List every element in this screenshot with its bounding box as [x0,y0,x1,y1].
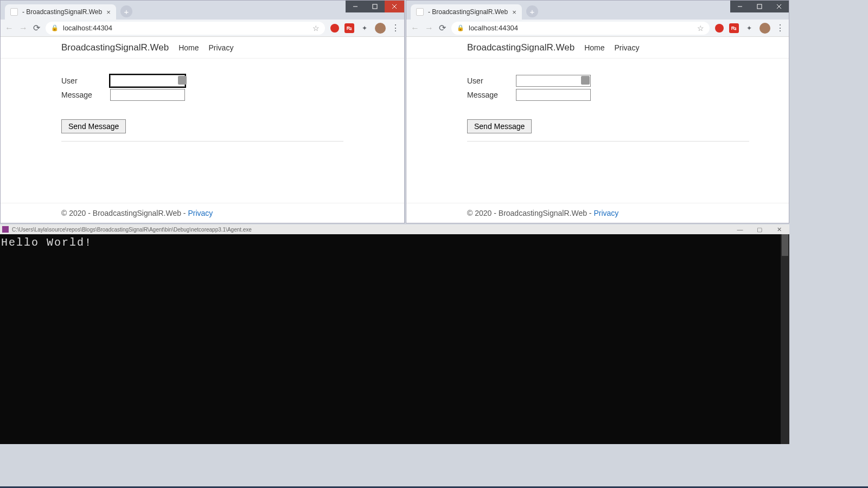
forward-button[interactable]: → [425,23,433,33]
form-row-message: Message [467,89,728,101]
address-bar[interactable]: 🔒 localhost:44304 ☆ [451,22,710,35]
tab-close-icon[interactable]: × [106,8,111,16]
window-controls [730,1,789,12]
minimize-button[interactable] [346,1,365,12]
console-close-button[interactable]: ✕ [771,226,787,233]
back-button[interactable]: ← [5,23,14,33]
console-output[interactable]: Hello World! [0,234,789,444]
scrollbar-thumb[interactable] [782,234,788,256]
console-titlebar: C:\Users\Layla\source\repos\Blogs\Broadc… [0,224,789,234]
reload-button[interactable]: ⟳ [439,23,446,33]
browser-window-right: - BroadcastingSignalR.Web × + ← → ⟳ 🔒 lo… [406,0,789,223]
favicon-icon [416,8,424,16]
extensions-icon[interactable]: ✦ [744,23,754,33]
browser-toolbar: ← → ⟳ 🔒 localhost:44304 ☆ R₂ ✦ ⋮ [1,20,404,37]
page-header: BroadcastingSignalR.Web Home Privacy [406,37,789,59]
page-footer: © 2020 - BroadcastingSignalR.Web - Priva… [1,203,404,223]
titlebar: - BroadcastingSignalR.Web × + [406,1,789,20]
back-button[interactable]: ← [411,23,419,33]
page-body: User Message Send Message [1,59,404,158]
footer-text: © 2020 - BroadcastingSignalR.Web - [61,209,188,217]
message-input[interactable] [516,89,591,101]
extension-badge-icon[interactable]: R₂ [344,23,354,33]
tab-strip: - BroadcastingSignalR.Web × + [406,1,538,20]
extension-badge-icon[interactable]: R₂ [729,23,739,33]
close-button[interactable] [385,1,404,12]
new-tab-button[interactable]: + [526,5,538,17]
lock-icon: 🔒 [51,24,59,31]
browser-tab[interactable]: - BroadcastingSignalR.Web × [5,4,116,20]
tab-strip: - BroadcastingSignalR.Web × + [1,1,132,20]
console-title: C:\Users\Layla\source\repos\Blogs\Broadc… [12,227,252,233]
message-label: Message [467,91,516,99]
page-body: User Message Send Message [406,59,789,158]
form-row-user: User [467,75,728,87]
tab-title: - BroadcastingSignalR.Web [22,8,102,16]
message-input[interactable] [110,89,185,101]
message-label: Message [61,91,110,99]
console-window: C:\Users\Layla\source\repos\Blogs\Broadc… [0,224,789,444]
tab-close-icon[interactable]: × [512,8,516,16]
brand-title: BroadcastingSignalR.Web [467,42,575,53]
url-text: localhost:44304 [469,24,518,32]
user-label: User [467,76,516,85]
console-maximize-button[interactable]: ▢ [751,226,768,233]
footer-text: © 2020 - BroadcastingSignalR.Web - [467,209,593,217]
nav-privacy-link[interactable]: Privacy [615,43,640,52]
page-header: BroadcastingSignalR.Web Home Privacy [1,37,404,59]
tab-title: - BroadcastingSignalR.Web [428,8,508,16]
nav-home-link[interactable]: Home [584,43,604,52]
extension-opera-icon[interactable] [330,24,339,33]
page-content: BroadcastingSignalR.Web Home Privacy Use… [406,37,789,223]
console-minimize-button[interactable]: — [732,226,748,233]
reload-button[interactable]: ⟳ [33,23,40,33]
browser-menu-icon[interactable]: ⋮ [391,23,400,33]
extension-opera-icon[interactable] [715,24,724,33]
extensions-icon[interactable]: ✦ [360,23,369,33]
address-bar[interactable]: 🔒 localhost:44304 ☆ [46,22,325,35]
favicon-icon [10,8,18,16]
brand-title: BroadcastingSignalR.Web [61,42,169,53]
lock-icon: 🔒 [457,24,464,31]
browser-toolbar: ← → ⟳ 🔒 localhost:44304 ☆ R₂ ✦ ⋮ [406,20,789,37]
svg-rect-1 [373,4,377,9]
bookmark-star-icon[interactable]: ☆ [697,24,704,33]
bookmark-star-icon[interactable]: ☆ [312,24,320,33]
svg-rect-5 [757,4,762,9]
user-input[interactable] [516,75,591,87]
autofill-key-icon[interactable] [581,76,590,85]
nav-home-link[interactable]: Home [178,43,199,52]
forward-button[interactable]: → [19,23,28,33]
profile-avatar[interactable] [760,23,770,34]
maximize-button[interactable] [750,1,769,12]
user-input[interactable] [110,75,185,87]
page-footer: © 2020 - BroadcastingSignalR.Web - Priva… [406,203,789,223]
send-message-button[interactable]: Send Message [61,119,126,133]
nav-privacy-link[interactable]: Privacy [209,43,234,52]
send-message-button[interactable]: Send Message [467,119,532,133]
browser-menu-icon[interactable]: ⋮ [776,23,784,33]
maximize-button[interactable] [365,1,385,12]
divider [61,141,343,142]
form-row-message: Message [61,89,343,101]
console-text: Hello World! [1,236,92,249]
footer-privacy-link[interactable]: Privacy [188,209,213,217]
browser-window-left: - BroadcastingSignalR.Web × + ← → ⟳ 🔒 lo… [0,0,405,223]
footer-privacy-link[interactable]: Privacy [593,209,618,217]
autofill-key-icon[interactable] [178,76,187,85]
page-content: BroadcastingSignalR.Web Home Privacy Use… [1,37,404,223]
minimize-button[interactable] [730,1,750,12]
titlebar: - BroadcastingSignalR.Web × + [1,1,404,20]
console-scrollbar[interactable] [781,234,789,444]
browser-tab[interactable]: - BroadcastingSignalR.Web × [411,4,522,20]
new-tab-button[interactable]: + [120,5,132,17]
form-row-user: User [61,75,343,87]
console-app-icon [2,226,9,233]
url-text: localhost:44304 [63,24,112,32]
window-controls [346,1,404,12]
user-label: User [61,76,110,85]
close-button[interactable] [769,1,789,12]
profile-avatar[interactable] [375,23,386,34]
divider [467,141,749,142]
